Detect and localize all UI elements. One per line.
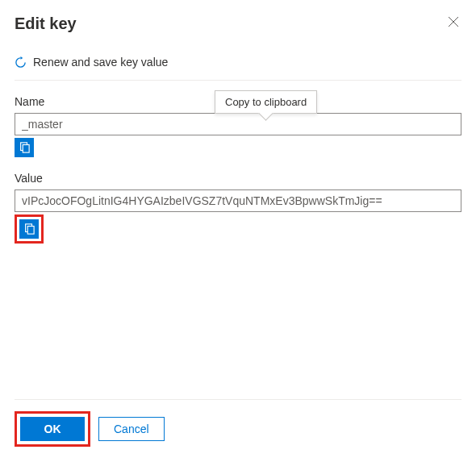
close-icon	[448, 16, 459, 27]
dialog-header: Edit key	[15, 15, 461, 33]
name-input[interactable]	[15, 113, 461, 135]
value-input[interactable]	[15, 189, 461, 212]
name-field: Copy to clipboard Name	[15, 95, 461, 157]
value-field: Value	[15, 172, 461, 244]
copy-icon	[23, 223, 35, 235]
renew-save-action[interactable]: Renew and save key value	[15, 56, 168, 69]
edit-key-dialog: Edit key Renew and save key value Copy t…	[0, 0, 476, 458]
highlight-copy-value	[15, 214, 44, 244]
svg-rect-1	[23, 144, 29, 152]
dialog-title: Edit key	[15, 15, 77, 33]
cancel-button[interactable]: Cancel	[98, 417, 165, 441]
ok-button[interactable]: OK	[20, 417, 85, 441]
renew-label: Renew and save key value	[33, 56, 168, 69]
dialog-footer: OK Cancel	[15, 399, 461, 458]
copy-name-button[interactable]	[15, 138, 34, 157]
toolbar: Renew and save key value	[15, 56, 461, 81]
value-label: Value	[15, 172, 461, 185]
copy-icon	[19, 142, 30, 153]
svg-rect-3	[27, 226, 34, 234]
refresh-icon	[15, 56, 27, 69]
copy-tooltip: Copy to clipboard	[215, 90, 317, 114]
close-button[interactable]	[445, 15, 461, 31]
spacer	[15, 258, 461, 400]
copy-value-button[interactable]	[19, 219, 39, 239]
highlight-ok: OK	[15, 411, 90, 447]
